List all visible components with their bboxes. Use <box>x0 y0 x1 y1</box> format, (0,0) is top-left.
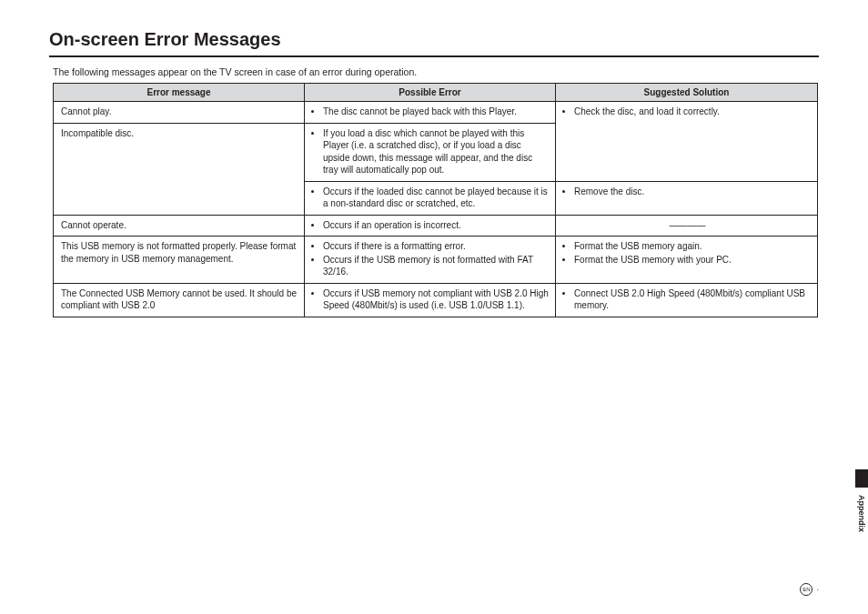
cell-error-msg: The Connected USB Memory cannot be used.… <box>54 283 305 317</box>
cell-possible-error: Occurs if an operation is incorrect. <box>305 215 556 237</box>
table-row: Cannot play. The disc cannot be played b… <box>54 102 818 124</box>
col-possible-error: Possible Error <box>305 84 556 102</box>
footer-page-mark: EN · <box>800 583 819 596</box>
cell-error-msg: Cannot operate. <box>54 215 305 237</box>
cell-error-msg: Incompatible disc. <box>54 123 305 215</box>
page-number-placeholder: · <box>816 585 819 594</box>
table-header-row: Error message Possible Error Suggested S… <box>54 84 818 102</box>
side-label: Appendix <box>855 495 868 534</box>
cell-possible-error: Occurs if there is a formatting error. O… <box>305 237 556 284</box>
cell-possible-error: Occurs if USB memory not compliant with … <box>305 283 556 317</box>
side-tab <box>855 469 868 488</box>
col-error-message: Error message <box>54 84 305 102</box>
cell-solution: Check the disc, and load it correctly. <box>556 102 818 182</box>
table-row: Cannot operate. Occurs if an operation i… <box>54 215 818 237</box>
error-table: Error message Possible Error Suggested S… <box>53 83 818 317</box>
cell-possible-error: If you load a disc which cannot be playe… <box>305 123 556 181</box>
cell-possible-error: Occurs if the loaded disc cannot be play… <box>305 181 556 215</box>
table-row: The Connected USB Memory cannot be used.… <box>54 283 818 317</box>
cell-solution: Format the USB memory again. Format the … <box>556 237 818 284</box>
title-rule <box>49 55 819 57</box>
lang-circle-icon: EN <box>800 583 812 596</box>
cell-error-msg: This USB memory is not formatted properl… <box>54 237 305 284</box>
cell-solution: ———— <box>556 215 818 237</box>
cell-solution: Connect USB 2.0 High Speed (480Mbit/s) c… <box>556 283 818 317</box>
intro-text: The following messages appear on the TV … <box>53 66 819 77</box>
page-title: On-screen Error Messages <box>49 29 819 50</box>
cell-possible-error: The disc cannot be played back with this… <box>305 102 556 124</box>
col-suggested-solution: Suggested Solution <box>556 84 818 102</box>
cell-error-msg: Cannot play. <box>54 102 305 124</box>
cell-solution: Remove the disc. <box>556 181 818 215</box>
table-row: This USB memory is not formatted properl… <box>54 237 818 284</box>
